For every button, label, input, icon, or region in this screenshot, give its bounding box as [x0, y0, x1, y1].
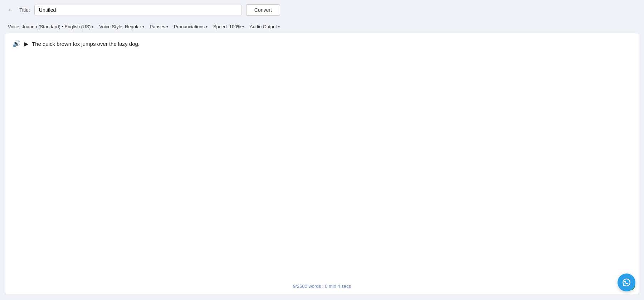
editor-content: 🔊 ▶ The quick brown fox jumps over the l…: [5, 33, 639, 54]
voice-selector[interactable]: Voice: Joanna (Standard) • English (US) …: [6, 23, 96, 30]
convert-button[interactable]: Convert: [246, 4, 280, 16]
pauses-selector[interactable]: Pauses ▾: [148, 23, 170, 30]
speed-selector[interactable]: Speed: 100% ▾: [211, 23, 246, 30]
title-label: Title:: [19, 7, 30, 13]
chat-icon: [622, 278, 631, 287]
voice-style-selector[interactable]: Voice Style: Regular ▾: [97, 23, 146, 30]
editor-line: 🔊 ▶ The quick brown fox jumps over the l…: [13, 40, 631, 48]
back-button[interactable]: ←: [6, 5, 15, 15]
voice-label: Voice: Joanna (Standard) • English (US): [8, 24, 91, 29]
pauses-chevron: ▾: [166, 25, 168, 29]
pronunciations-selector[interactable]: Pronunciations ▾: [172, 23, 210, 30]
top-bar: ← Title: Convert: [0, 0, 644, 20]
toolbar: Voice: Joanna (Standard) • English (US) …: [0, 20, 644, 33]
audio-output-label: Audio Output: [250, 24, 277, 29]
pronunciations-chevron: ▾: [206, 25, 208, 29]
editor-container: 🔊 ▶ The quick brown fox jumps over the l…: [5, 33, 639, 294]
speed-label: Speed: 100%: [213, 24, 241, 29]
voice-style-label: Voice Style: Regular: [99, 24, 141, 29]
audio-output-chevron: ▾: [278, 25, 280, 29]
play-button[interactable]: ▶: [24, 40, 28, 47]
audio-output-selector[interactable]: Audio Output ▾: [248, 23, 282, 30]
speed-chevron: ▾: [242, 25, 244, 29]
chat-button[interactable]: [618, 274, 635, 291]
editor-text: The quick brown fox jumps over the lazy …: [32, 41, 140, 47]
volume-icon: 🔊: [13, 40, 20, 48]
pauses-label: Pauses: [150, 24, 165, 29]
title-input[interactable]: [34, 5, 242, 15]
pronunciations-label: Pronunciations: [174, 24, 205, 29]
voice-chevron: ▾: [92, 25, 93, 29]
voice-style-chevron: ▾: [142, 25, 144, 29]
word-count: 9/2500 words : 0 min 4 secs: [293, 284, 351, 289]
